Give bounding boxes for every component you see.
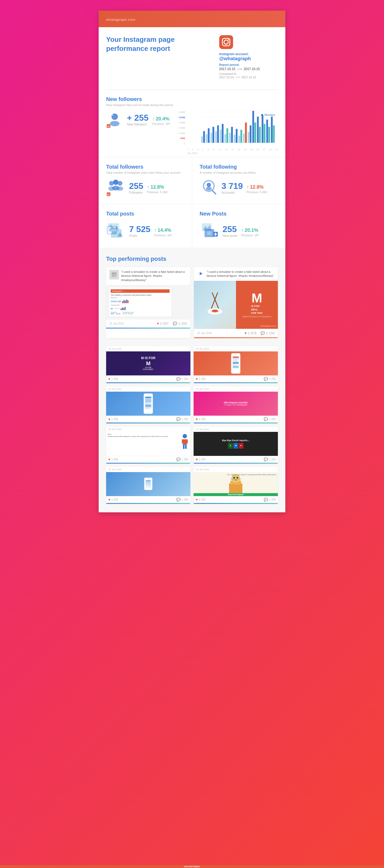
svg-rect-37 [252,111,254,143]
small-post-10-comments-count: 1 255 [269,498,276,501]
new-followers-label: New followers [127,123,149,126]
svg-rect-76 [112,275,116,276]
heart-icon-7: ♥ [108,458,110,461]
svg-rect-30 [236,129,238,143]
period-start: 2017.10.15 [219,67,235,71]
svg-point-3 [228,39,229,40]
mock-revenue-chart [122,300,128,303]
new-followers-icon-area: IG + [106,111,123,129]
new-followers-chart: Mondays + 4000 +3785 + 3000 + 2000 + 100… [175,111,278,151]
small-post-7-likes-count: 1 255 [112,458,118,461]
total-posts-icon [106,221,125,241]
small-post-4-likes-count: 1 255 [199,377,206,380]
svg-rect-104 [183,444,184,449]
svg-rect-33 [243,133,245,143]
small-post-5-footer: ♥ 1 255 💬 1 255 [106,415,190,423]
report-meta: Instagram account: @whatagraph Report pe… [219,35,278,79]
total-followers-pct-val: 12.8% [150,184,164,190]
comment-icon-6: 💬 [264,417,268,421]
comment-icon-5: 💬 [176,417,180,421]
small-post-9-image: Coming soon... [106,472,190,496]
svg-rect-88 [233,360,237,361]
post-1-comments: 💬 1 255 [173,321,187,326]
new-posts-icon [200,221,219,240]
small-post-10-date: 25 Jan 2016 [196,468,209,471]
small-post-5: 25 Jan 2016 ♥ [106,386,190,423]
coming-phone-svg: Coming soon... [143,477,154,491]
post-2-caption-area: "I used a simulator to create a fake twe… [207,270,275,278]
small-post-10-likes-count: 1 255 [199,498,206,501]
svg-rect-98 [145,404,151,407]
small-post-8-image: Bye Bye Excel reports... X W P [194,432,278,456]
small-post-7-image: Wow.Explaining data with infographs is e… [106,432,190,456]
small-posts-grid-1: 25 Jan 2016 M IS FOR M IS FORPOPCORN? ♥ … [106,346,278,383]
posts-stack-icon [106,221,125,240]
bye-content: Bye Bye Excel reports... X W P [222,439,249,448]
small-post-4-comments: 💬 1 255 [264,377,276,381]
total-followers-numbers: 255 Followers [129,182,143,194]
new-posts-icon [200,221,219,241]
svg-rect-113 [146,486,151,487]
post-2-comments-count: 1 150 [266,331,275,335]
mock-trans-value: 64 ↑ 56.7% [111,307,170,310]
comment-icon-9: 💬 [176,498,180,502]
small-post-4-image [194,351,278,375]
total-followers-count: 255 [129,182,143,190]
svg-point-82 [212,310,218,312]
small-post-7-header: 25 Jan 2016 [106,427,190,432]
svg-rect-91 [233,366,239,368]
svg-rect-28 [231,127,233,143]
bye-icons: X W P [222,443,249,448]
small-posts-grid-3: 25 Jan 2016 Wow.Explaining data with inf… [106,427,278,464]
post-2-likes: ♥ 1 879 [244,331,256,335]
small-post-5-likes: ♥ 1 255 [108,417,118,421]
svg-rect-75 [115,273,116,274]
small-post-9: 25 Jan 2016 Coming soon... [106,467,190,504]
small-post-3-image: M IS FOR M IS FORPOPCORN? [106,351,190,375]
small-post-7-likes: ♥ 1 255 [108,458,118,461]
svg-rect-24 [222,124,224,143]
svg-rect-40 [259,127,261,143]
group-people-icon: IG [106,179,125,197]
compared-start: 2017.10.15 [219,76,234,79]
heart-icon-2: ♥ [244,331,247,335]
blue-app-svg [142,393,155,414]
meal-letter: M [252,292,262,305]
small-post-8-header: 25 Jan 2016 [194,427,278,432]
post-2-header: "I used a simulator to create a fake twe… [194,267,278,281]
followers-icon: IG + [106,111,123,128]
svg-rect-21 [215,131,217,143]
total-following-title: Total following [200,164,278,170]
bye-title: Bye Bye Excel reports... [222,439,249,442]
svg-rect-38 [255,123,256,143]
small-post-3: 25 Jan 2016 M IS FOR M IS FORPOPCORN? ♥ … [106,346,190,383]
cat-box-svg [225,473,246,495]
post-2-footer: 25 Jan 2016 ♥ 1 879 💬 1 150 [194,329,278,337]
heart-icon-10: ♥ [196,498,198,502]
svg-text:+: + [112,114,114,117]
new-posts-col: New Posts 255 New post [192,204,286,248]
small-post-4: 25 Jan 2016 [194,346,278,383]
svg-text:IG: IG [108,125,110,128]
chart-y-axis: + 4000 +3785 + 3000 + 2000 + 1000 +950 0 [175,111,186,145]
new-followers-pct: ↑ 20.4% [152,116,170,122]
comment-icon-7: 💬 [176,458,180,461]
total-followers-title: Total followers [106,164,184,170]
small-post-3-header: 25 Jan 2016 [106,346,190,351]
compared-dates: 2017.10.15 ⟶ 2017.10.15 [219,75,278,79]
svg-text:IG: IG [107,193,109,196]
post-thumb-icon [111,272,117,278]
total-posts-pct: ↑ 14.4% [154,227,172,233]
pink-content: £50 Amazon voucher 2 months Free Whatagr… [224,401,248,406]
report-top: Your Instagram page performance report I… [106,35,278,79]
meal-image-left [194,281,236,329]
svg-rect-41 [262,115,263,143]
play-button[interactable] [197,270,205,277]
meal-card-red: M IS FOR:MEALFOR TWO MAKE THE MOST OF MO… [236,281,278,329]
factoftheday-label-2: #FACTOFTHEDAY [194,493,278,496]
phone-svg [229,353,242,374]
small-post-6-date: 25 Jan 2016 [196,388,209,390]
chart-bars-svg [187,111,285,143]
heart-icon-3: ♥ [108,377,110,381]
report-intro: Your Instagram page performance report I… [99,27,285,90]
